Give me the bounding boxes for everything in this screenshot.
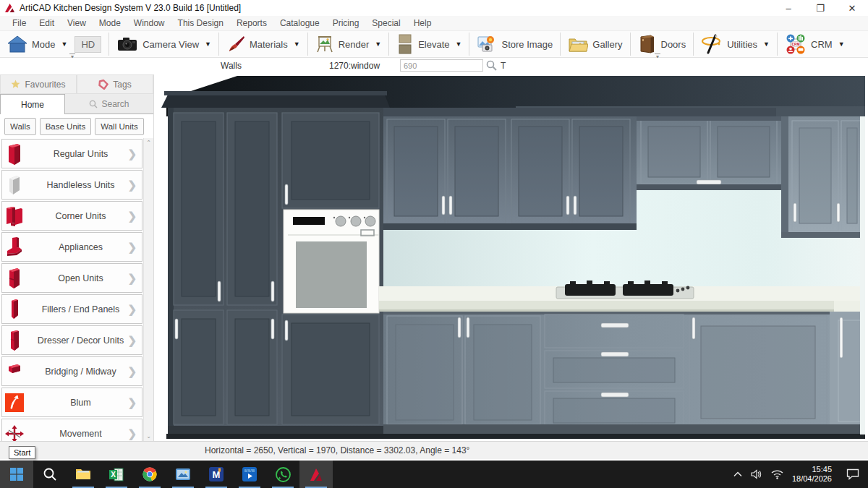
taskbar-whatsapp-button[interactable] [266, 461, 299, 488]
windows-logo-icon [10, 468, 23, 481]
taskbar-search-button[interactable] [33, 461, 67, 488]
title-bar: ArtiCAD Kitchen Design System V 23.0 Bui… [0, 0, 868, 16]
menu-mode[interactable]: Mode [93, 16, 127, 30]
design-canvas[interactable] [154, 74, 868, 441]
door-icon [638, 34, 657, 54]
magnifier-icon[interactable] [486, 60, 497, 71]
wall-units-left[interactable] [383, 116, 637, 230]
taskbar-clock[interactable]: 15:45 18/04/2026 [792, 465, 832, 484]
menu-catalogue[interactable]: Catalogue [273, 16, 326, 30]
taskbar-chrome-button[interactable] [133, 461, 166, 488]
category-list: Regular Units ❯ Handleless Units ❯ [0, 138, 143, 441]
chevron-right-icon: ❯ [127, 147, 137, 160]
built-in-oven[interactable] [284, 210, 379, 313]
m-app-icon: M [209, 467, 224, 481]
base-units[interactable] [383, 312, 865, 435]
camera-view-dropdown-caret[interactable]: ▼ [205, 40, 211, 48]
category-movement[interactable]: Movement ❯ [1, 419, 142, 441]
menu-help[interactable]: Help [407, 16, 438, 30]
articad-logo-icon [4, 3, 15, 13]
close-button[interactable]: ✕ [836, 0, 868, 16]
materials-button[interactable]: Materials ▼ [219, 31, 307, 57]
taskbar-movies-tv-button[interactable] [233, 461, 266, 488]
utilities-button[interactable]: Utilities ▼ [694, 31, 777, 57]
category-filter-row: Walls Base Units Wall Units [0, 114, 153, 138]
category-bridging-midway[interactable]: Bridging / Midway ❯ [1, 356, 142, 386]
star-icon [11, 80, 20, 89]
kitchen-render[interactable] [154, 74, 868, 441]
system-tray: 15:45 18/04/2026 [733, 461, 868, 488]
render-button[interactable]: Render ▼ [308, 31, 389, 57]
catalogue-sidebar: Favourites Tags Home Search Wa [0, 74, 154, 441]
crm-dropdown-caret[interactable]: ▼ [838, 40, 845, 48]
category-regular-units[interactable]: Regular Units ❯ [1, 139, 142, 168]
category-corner-units[interactable]: Corner Units ❯ [1, 201, 142, 231]
category-handleless-units[interactable]: Handleless Units ❯ [1, 170, 142, 200]
elevate-button[interactable]: Elevate ▼ [389, 31, 469, 57]
category-blum[interactable]: Blum ❯ [1, 388, 142, 417]
wifi-icon[interactable] [771, 470, 783, 479]
wall-units-right[interactable] [781, 116, 865, 238]
category-dresser-decor-units[interactable]: Dresser / Decor Units ❯ [1, 325, 142, 355]
mode-dropdown-caret[interactable]: ▼ [61, 40, 68, 48]
wall-unit-above-hob[interactable] [637, 116, 781, 190]
sidebar-scrollbar[interactable]: ⌃ ⌄ [143, 138, 153, 441]
tab-search[interactable]: Search [65, 94, 153, 114]
menu-window[interactable]: Window [127, 16, 171, 30]
house-icon [7, 35, 27, 53]
store-image-button[interactable]: Store Image [469, 31, 560, 57]
taskbar-excel-button[interactable]: X [100, 461, 133, 488]
gallery-folder-icon [568, 35, 588, 53]
restore-button[interactable]: ❐ [804, 0, 836, 16]
gallery-button[interactable]: Gallery [561, 31, 629, 57]
crm-button[interactable]: CRM CRM ▼ [778, 31, 852, 57]
taskbar-m-app-button[interactable]: M [200, 461, 233, 488]
chevron-right-icon: ❯ [127, 365, 137, 378]
menu-file[interactable]: File [6, 16, 33, 30]
tab-home[interactable]: Home [0, 94, 65, 114]
volume-icon[interactable] [751, 469, 762, 479]
category-fillers-end-panels[interactable]: Fillers / End Panels ❯ [1, 294, 142, 324]
hd-button[interactable]: HD [75, 36, 101, 53]
render-dropdown-caret[interactable]: ▼ [375, 40, 381, 48]
camera-view-button[interactable]: Camera View ▼ [109, 31, 218, 57]
windows-taskbar: X M [0, 461, 868, 488]
filter-base-units-button[interactable]: Base Units [40, 118, 92, 135]
dimension-input[interactable] [400, 59, 483, 72]
mode-button[interactable]: Mode ▼ HD [0, 31, 109, 57]
status-bar: Horizontal = 2650, Vertical = 1970, Dist… [0, 441, 868, 459]
category-open-units[interactable]: Open Units ❯ [1, 263, 142, 293]
menu-view[interactable]: View [61, 16, 93, 30]
menu-special[interactable]: Special [365, 16, 407, 30]
taskbar-photos-button[interactable] [166, 461, 200, 488]
text-tool-label[interactable]: T [501, 61, 506, 71]
svg-text:CRM: CRM [792, 43, 800, 46]
utilities-dropdown-caret[interactable]: ▼ [763, 40, 770, 48]
scroll-up-icon[interactable]: ⌃ [146, 140, 151, 146]
menu-this-design[interactable]: This Design [171, 16, 230, 30]
tab-favourites[interactable]: Favourites [0, 74, 77, 94]
tab-tags[interactable]: Tags [77, 74, 153, 94]
elevate-dropdown-caret[interactable]: ▼ [456, 40, 462, 48]
menu-pricing[interactable]: Pricing [326, 16, 366, 30]
excel-icon: X [109, 468, 124, 481]
menu-bar: File Edit View Mode Window This Design R… [0, 16, 868, 30]
tray-chevron-up-icon[interactable] [733, 471, 742, 477]
window-title: ArtiCAD Kitchen Design System V 23.0 Bui… [20, 3, 241, 13]
articad-taskbar-icon [309, 468, 323, 481]
menu-reports[interactable]: Reports [230, 16, 273, 30]
scroll-down-icon[interactable]: ⌄ [146, 433, 151, 440]
taskbar-articad-button[interactable] [299, 461, 333, 488]
filter-wall-units-button[interactable]: Wall Units [95, 118, 143, 135]
movies-tv-icon [242, 467, 257, 481]
materials-dropdown-caret[interactable]: ▼ [294, 40, 300, 48]
minimize-button[interactable]: – [773, 0, 804, 16]
category-appliances[interactable]: Appliances ❯ [1, 232, 142, 262]
menu-edit[interactable]: Edit [33, 16, 61, 30]
start-button[interactable] [0, 461, 33, 488]
filter-walls-button[interactable]: Walls [4, 118, 36, 135]
notification-center-icon[interactable] [846, 468, 859, 480]
doors-button[interactable]: Doors [631, 31, 694, 57]
context-toolbar: Walls 1270:window T [0, 58, 868, 74]
taskbar-file-explorer-button[interactable] [67, 461, 100, 488]
